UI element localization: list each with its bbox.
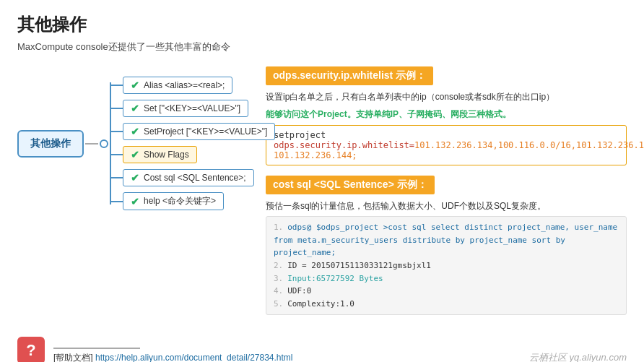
branch-h-line-setproject	[110, 131, 123, 132]
branch-text-help: help <命令关键字>	[144, 195, 216, 207]
terminal-line-2: 2.ID = 20150715113033121gmsbjxl1	[274, 259, 619, 272]
line-num-2: 2.	[274, 261, 283, 270]
terminal-line-1: 1.odps@ $odps_project >cost sql select d…	[274, 221, 619, 259]
info-text-2: 能够访问这个Project。支持单纯IP、子网掩码、网段三种格式。	[266, 107, 627, 121]
check-icon-alias: ✔	[131, 79, 139, 91]
branch-h-line-set	[110, 108, 123, 109]
info-desc-costsql: 预估一条sql的计量信息，包括输入数据大小、UDF个数以及SQL复杂度。	[266, 199, 627, 213]
branch-text-set: Set ["<KEY>=<VALUE>"]	[144, 103, 240, 113]
info-text-1: 设置ip白名单之后，只有白名单列表中的ip（console或者sdk所在的出口i…	[266, 90, 627, 104]
code-key: odps.security.ip.whitelist=	[274, 140, 414, 150]
connector	[85, 139, 110, 148]
info-block-whitelist: odps.security.ip.whitelist 示例： 设置ip白名单之后…	[266, 66, 627, 165]
branch-label-help: ✔help <命令关键字>	[123, 192, 224, 210]
code-whitelist-line: odps.security.ip.whitelist=101.132.236.1…	[274, 140, 619, 160]
branch-h-line-costsql	[110, 177, 123, 178]
page-container: 其他操作 MaxCompute console还提供了一些其他丰富的命令 其他操…	[0, 0, 644, 362]
branch-item-set: ✔Set ["<KEY>=<VALUE>"]	[110, 100, 275, 117]
page-subtitle: MaxCompute console还提供了一些其他丰富的命令	[17, 40, 627, 53]
line-text-4: UDF:0	[287, 286, 311, 296]
terminal-line-4: 4.UDF:0	[274, 285, 619, 298]
info-text-line2: 能够访问这个Project。支持单纯IP、子网掩码、网段三种格式。	[266, 109, 511, 119]
branch-item-help: ✔help <命令关键字>	[110, 192, 275, 210]
line-num-3: 3.	[274, 274, 283, 283]
branch-h-line-showflags	[110, 154, 123, 155]
branch-label-showflags: ✔Show Flags	[123, 146, 197, 163]
help-divider	[53, 348, 140, 349]
main-content: 其他操作 ✔Alias <alias>=<real>;✔Set ["<KEY>=…	[17, 66, 627, 325]
check-icon-set: ✔	[131, 103, 139, 114]
diagram-section: 其他操作 ✔Alias <alias>=<real>;✔Set ["<KEY>=…	[17, 74, 248, 213]
check-icon-costsql: ✔	[131, 172, 139, 184]
line-text-1: odps@ $odps_project >cost sql select dis…	[274, 223, 617, 257]
info-text-line1: 设置ip白名单之后，只有白名单列表中的ip（console或者sdk所在的出口i…	[266, 92, 554, 102]
branch-label-set: ✔Set ["<KEY>=<VALUE>"]	[123, 100, 248, 117]
line-text-3: Input:65727592 Bytes	[287, 274, 383, 283]
info-header-costsql: cost sql <SQL Sentence> 示例：	[266, 176, 435, 194]
code-setproject: setproject	[274, 130, 619, 140]
branch-text-costsql: Cost sql <SQL Sentence>;	[144, 173, 246, 183]
help-area: ? [帮助文档] https://help.aliyun.com/documen…	[17, 337, 293, 362]
info-block-costsql: cost sql <SQL Sentence> 示例： 预估一条sql的计量信息…	[266, 176, 627, 316]
code-terminal: 1.odps@ $odps_project >cost sql select d…	[266, 216, 627, 315]
branch-item-costsql: ✔Cost sql <SQL Sentence>;	[110, 169, 275, 186]
branch-item-setproject: ✔SetProject ["<KEY>=<VALUE>"]	[110, 123, 275, 140]
line-text-2: ID = 20150715113033121gmsbjxl1	[287, 261, 431, 270]
node-box: 其他操作	[17, 130, 84, 158]
line-num-1: 1.	[274, 223, 283, 232]
diagram-wrapper: 其他操作 ✔Alias <alias>=<real>;✔Set ["<KEY>=…	[17, 74, 248, 213]
branch-text-alias: Alias <alias>=<real>;	[144, 80, 225, 90]
code-block-whitelist: setproject odps.security.ip.whitelist=10…	[266, 125, 627, 165]
bottom-section: ? [帮助文档] https://help.aliyun.com/documen…	[17, 337, 627, 362]
line-num-5: 5.	[274, 299, 283, 309]
info-header-whitelist: odps.security.ip.whitelist 示例：	[266, 66, 433, 85]
help-link: [帮助文档] https://help.aliyun.com/document_…	[53, 352, 293, 362]
check-icon-setproject: ✔	[131, 126, 139, 137]
page-title: 其他操作	[17, 13, 627, 36]
branch-text-setproject: SetProject ["<KEY>=<VALUE>"]	[144, 126, 267, 137]
branch-container: ✔Alias <alias>=<real>;✔Set ["<KEY>=<VALU…	[110, 74, 275, 213]
help-url-link[interactable]: https://help.aliyun.com/document_detail/…	[95, 353, 293, 362]
circle-connector	[100, 139, 108, 148]
info-section: odps.security.ip.whitelist 示例： 设置ip白名单之后…	[266, 66, 627, 325]
branch-h-line-alias	[110, 85, 123, 86]
branch-item-showflags: ✔Show Flags	[110, 146, 275, 163]
question-icon: ?	[17, 337, 45, 362]
line-num-4: 4.	[274, 286, 283, 296]
branch-text-showflags: Show Flags	[144, 150, 189, 160]
branch-label-alias: ✔Alias <alias>=<real>;	[123, 77, 232, 94]
branch-item-alias: ✔Alias <alias>=<real>;	[110, 77, 275, 94]
check-icon-help: ✔	[131, 196, 139, 207]
watermark: 云栖社区 yq.aliyun.com	[529, 351, 627, 362]
h-line	[85, 143, 98, 145]
line-text-5: Complexity:1.0	[287, 299, 354, 309]
check-icon-showflags: ✔	[131, 149, 139, 160]
branch-label-costsql: ✔Cost sql <SQL Sentence>;	[123, 169, 254, 186]
terminal-line-3: 3.Input:65727592 Bytes	[274, 272, 619, 285]
branch-h-line-help	[110, 201, 123, 202]
branch-label-setproject: ✔SetProject ["<KEY>=<VALUE>"]	[123, 123, 275, 140]
terminal-line-5: 5.Complexity:1.0	[274, 298, 619, 311]
help-label: [帮助文档]	[53, 353, 93, 362]
help-link-area: [帮助文档] https://help.aliyun.com/document_…	[53, 348, 293, 362]
